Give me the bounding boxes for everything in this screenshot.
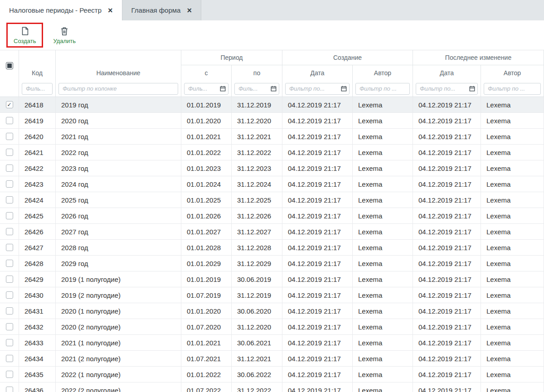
table-row[interactable]: 264302019 (2 полугодие)01.07.201931.12.2… xyxy=(0,287,544,303)
group-header-creation: Создание xyxy=(282,50,413,65)
table-row[interactable]: ✓264182019 год01.01.201931.12.201904.12.… xyxy=(0,97,544,113)
row-checkbox[interactable] xyxy=(6,196,13,203)
column-header-create-date[interactable]: Дата xyxy=(282,65,353,81)
cell-period-to: 31.12.2022 xyxy=(232,382,282,392)
table-row[interactable]: 264342021 (2 полугодие)01.07.202131.12.2… xyxy=(0,351,544,367)
column-header-code[interactable]: Код xyxy=(19,50,56,81)
tab-main-form[interactable]: Главная форма × xyxy=(122,0,201,20)
row-checkbox[interactable] xyxy=(6,355,13,362)
table-row[interactable]: 264332021 (1 полугодие)01.01.202130.06.2… xyxy=(0,335,544,351)
delete-button[interactable]: Удалить xyxy=(49,25,79,45)
table-row[interactable]: 264212022 год01.01.202231.12.202204.12.2… xyxy=(0,145,544,160)
tab-tax-periods-registry[interactable]: Налоговые периоды - Реестр × xyxy=(0,0,122,20)
row-checkbox[interactable] xyxy=(6,228,13,235)
table-row[interactable]: 264252026 год01.01.202631.12.202604.12.2… xyxy=(0,208,544,224)
cell-code: 26423 xyxy=(19,176,56,192)
cell-created-date: 04.12.2019 21:17 xyxy=(282,113,353,128)
cell-modified-date: 04.12.2019 21:17 xyxy=(413,224,481,239)
cell-created-date: 04.12.2019 21:17 xyxy=(282,335,353,350)
column-header-mod-date[interactable]: Дата xyxy=(413,65,481,81)
filter-input-code[interactable] xyxy=(22,83,53,95)
cell-modified-author: Lexema xyxy=(481,367,544,382)
table-row[interactable]: 264272028 год01.01.202831.12.202804.12.2… xyxy=(0,240,544,256)
filter-input-name[interactable] xyxy=(58,83,178,95)
row-checkbox[interactable] xyxy=(6,260,13,267)
filter-input-to[interactable] xyxy=(234,83,279,95)
cell-code: 26425 xyxy=(19,208,56,223)
cell-modified-date: 04.12.2019 21:17 xyxy=(413,208,481,223)
filter-cell-mod-date xyxy=(413,81,481,97)
cell-created-author: Lexema xyxy=(353,319,413,334)
table-row[interactable]: 264362022 (2 полугодие)01.07.202231.12.2… xyxy=(0,382,544,392)
row-checkbox[interactable] xyxy=(6,244,13,251)
table-row[interactable]: 264242025 год01.01.202531.12.202504.12.2… xyxy=(0,192,544,208)
filter-input-from[interactable] xyxy=(184,83,228,95)
tab-label: Налоговые периоды - Реестр xyxy=(9,6,102,14)
row-checkbox[interactable] xyxy=(6,180,13,188)
filter-input-mod-author[interactable] xyxy=(484,83,541,95)
cell-period-from: 01.01.2026 xyxy=(181,208,232,223)
filter-input-create-date[interactable] xyxy=(285,83,350,95)
cell-created-date: 04.12.2019 21:17 xyxy=(282,192,353,208)
cell-period-from: 01.01.2021 xyxy=(181,129,232,144)
cell-created-author: Lexema xyxy=(353,240,413,255)
create-button[interactable]: Создать xyxy=(10,25,39,45)
row-checkbox[interactable] xyxy=(6,276,13,283)
filter-input-mod-date[interactable] xyxy=(416,83,478,95)
column-header-to[interactable]: по xyxy=(232,65,282,81)
table-row[interactable]: 264312020 (1 полугодие)01.01.202030.06.2… xyxy=(0,303,544,319)
table-row[interactable]: 264292019 (1 полугодие)01.01.201930.06.2… xyxy=(0,271,544,287)
table-row[interactable]: 264222023 год01.01.202331.12.202304.12.2… xyxy=(0,160,544,176)
table-row[interactable]: 264232024 год01.01.202431.12.202404.12.2… xyxy=(0,176,544,192)
row-checkbox[interactable] xyxy=(6,133,13,140)
row-checkbox[interactable] xyxy=(6,291,13,299)
close-icon[interactable]: × xyxy=(187,6,192,15)
row-checkbox-cell xyxy=(0,240,19,255)
table-row[interactable]: 264322020 (2 полугодие)01.07.202031.12.2… xyxy=(0,319,544,335)
cell-created-author: Lexema xyxy=(353,287,413,303)
filter-cell-code xyxy=(19,81,56,97)
row-checkbox[interactable] xyxy=(6,387,13,392)
cell-period-to: 31.12.2020 xyxy=(232,319,282,334)
row-checkbox[interactable]: ✓ xyxy=(6,101,13,108)
cell-name: 2024 год xyxy=(56,176,181,192)
column-header-create-author[interactable]: Автор xyxy=(353,65,413,81)
cell-modified-author: Lexema xyxy=(481,256,544,271)
cell-created-date: 04.12.2019 21:17 xyxy=(282,351,353,366)
cell-code: 26422 xyxy=(19,160,56,176)
row-checkbox[interactable] xyxy=(6,212,13,219)
cell-code: 26428 xyxy=(19,256,56,271)
cell-created-date: 04.12.2019 21:17 xyxy=(282,97,353,112)
cell-modified-author: Lexema xyxy=(481,145,544,160)
table-row[interactable]: 264192020 год01.01.202031.12.202004.12.2… xyxy=(0,113,544,129)
cell-period-to: 30.06.2020 xyxy=(232,303,282,319)
cell-period-to: 31.12.2027 xyxy=(232,224,282,239)
column-header-mod-author[interactable]: Автор xyxy=(481,65,544,81)
filter-cell-checkbox xyxy=(0,81,19,97)
cell-period-to: 31.12.2029 xyxy=(232,256,282,271)
cell-created-date: 04.12.2019 21:17 xyxy=(282,271,353,287)
select-all-checkbox[interactable] xyxy=(6,62,13,69)
cell-code: 26421 xyxy=(19,145,56,160)
row-checkbox[interactable] xyxy=(6,117,13,124)
table-row[interactable]: 264202021 год01.01.202131.12.202104.12.2… xyxy=(0,129,544,145)
filter-cell-from xyxy=(181,81,232,97)
row-checkbox[interactable] xyxy=(6,371,13,378)
row-checkbox[interactable] xyxy=(6,323,13,330)
cell-code: 26419 xyxy=(19,113,56,128)
table-row[interactable]: 264282029 год01.01.202931.12.202904.12.2… xyxy=(0,256,544,271)
table-row[interactable]: 264262027 год01.01.202731.12.202704.12.2… xyxy=(0,224,544,240)
row-checkbox[interactable] xyxy=(6,165,13,172)
filter-cell-create-date xyxy=(282,81,353,97)
filter-cell-mod-author xyxy=(481,81,544,97)
table-row[interactable]: 264352022 (1 полугодие)01.01.202230.06.2… xyxy=(0,367,544,382)
filter-input-create-author[interactable] xyxy=(355,83,410,95)
row-checkbox[interactable] xyxy=(6,149,13,156)
row-checkbox[interactable] xyxy=(6,307,13,315)
row-checkbox[interactable] xyxy=(6,339,13,346)
column-header-from[interactable]: с xyxy=(181,65,232,81)
column-header-name[interactable]: Наименование xyxy=(56,50,181,81)
cell-modified-author: Lexema xyxy=(481,271,544,287)
row-checkbox-cell xyxy=(0,271,19,287)
close-icon[interactable]: × xyxy=(108,6,113,15)
